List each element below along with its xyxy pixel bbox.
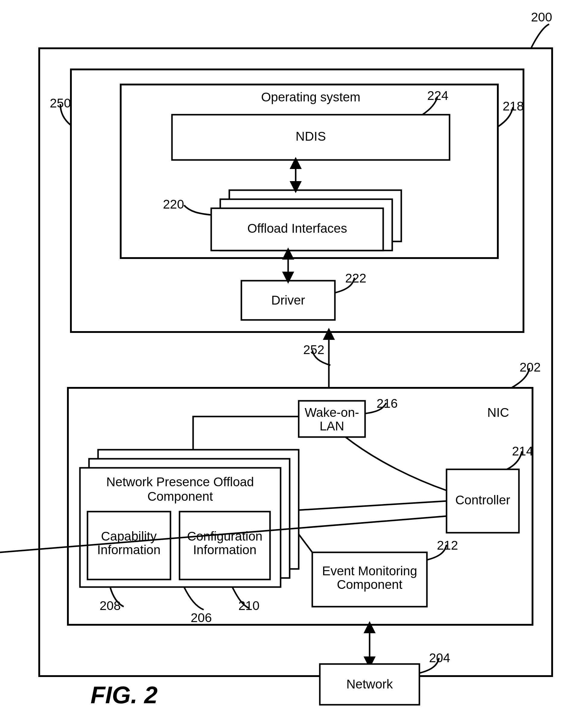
- ref-208: 208: [100, 599, 121, 613]
- ref-212: 212: [437, 538, 458, 552]
- figure-label: FIG. 2: [90, 681, 158, 708]
- label-nic: NIC: [487, 405, 509, 419]
- label-evt-1: Event Monitoring: [322, 564, 417, 578]
- ref-214: 214: [512, 444, 533, 458]
- label-cap-2: Information: [97, 543, 160, 557]
- label-wol-1: Wake-on-: [305, 405, 359, 419]
- label-cfg-2: Information: [193, 543, 257, 557]
- ref-252: 252: [303, 343, 324, 357]
- label-offload-interfaces: Offload Interfaces: [247, 221, 347, 235]
- ref-204: 204: [429, 651, 450, 665]
- ref-210: 210: [238, 599, 260, 613]
- label-wol-2: LAN: [319, 419, 344, 433]
- label-evt-2: Component: [337, 577, 402, 592]
- label-os: Operating system: [261, 90, 360, 104]
- ref-202: 202: [520, 360, 541, 374]
- label-driver: Driver: [271, 293, 305, 307]
- label-npoc-1: Network Presence Offload: [106, 475, 254, 489]
- label-npoc-2: Component: [147, 489, 213, 503]
- ref-200: 200: [531, 10, 552, 24]
- ref-224: 224: [427, 88, 448, 103]
- ref-218: 218: [503, 99, 524, 113]
- diagram-canvas: 200 250 Operating system 218 NDIS 224 Of…: [0, 0, 582, 728]
- label-network: Network: [346, 677, 393, 691]
- ref-220: 220: [163, 197, 184, 211]
- leader-200: [531, 24, 549, 48]
- ref-206: 206: [191, 610, 212, 625]
- ref-216: 216: [376, 396, 398, 411]
- label-controller: Controller: [455, 493, 510, 507]
- ref-222: 222: [345, 271, 366, 285]
- ref-250: 250: [50, 96, 71, 110]
- label-ndis: NDIS: [296, 129, 326, 144]
